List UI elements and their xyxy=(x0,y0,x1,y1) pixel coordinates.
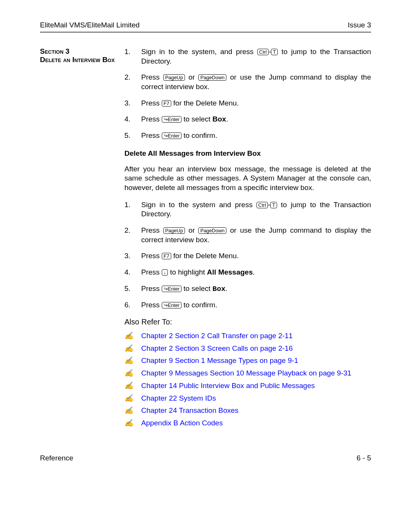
step-text: Press ↵Enter to select Box. xyxy=(141,284,371,294)
key-pagedown: PageDown xyxy=(198,227,226,234)
step-text: Press ↵Enter to confirm. xyxy=(141,131,371,141)
references-list: ✍Chapter 2 Section 2 Call Transfer on pa… xyxy=(124,331,371,428)
step-number: 3. xyxy=(124,251,141,261)
key-t: T xyxy=(270,202,277,208)
list-item: 5. Press ↵Enter to confirm. xyxy=(124,131,371,141)
section-number: Section 3 xyxy=(40,47,124,56)
list-item: 4. Press ↵Enter to select Box. xyxy=(124,115,371,124)
list-item: 3. Press F7 for the Delete Menu. xyxy=(124,99,371,108)
step-number: 5. xyxy=(124,284,141,294)
pencil-icon: ✍ xyxy=(124,381,141,391)
content-column: 1. Sign in to the system, and press Ctrl… xyxy=(124,47,371,431)
list-item: 2. Press PageUp or PageDown or use the J… xyxy=(124,73,371,91)
key-f7: F7 xyxy=(162,100,171,107)
reference-link[interactable]: Chapter 2 Section 3 Screen Calls on page… xyxy=(141,344,293,353)
pencil-icon: ✍ xyxy=(124,344,141,353)
page-header: EliteMail VMS/EliteMail Limited Issue 3 xyxy=(40,21,371,33)
list-item: 1. Sign in to the system, and press Ctrl… xyxy=(124,47,371,66)
pencil-icon: ✍ xyxy=(124,356,141,366)
step-number: 6. xyxy=(124,300,141,310)
page-footer: Reference 6 - 5 xyxy=(40,454,371,462)
key-pagedown: PageDown xyxy=(198,74,226,81)
step-text: Press PageUp or PageDown or use the Jump… xyxy=(141,73,371,91)
reference-item: ✍Chapter 14 Public Interview Box and Pub… xyxy=(124,381,371,391)
list-item: 3. Press F7 for the Delete Menu. xyxy=(124,251,371,261)
step-number: 5. xyxy=(124,131,141,141)
list-item: 5. Press ↵Enter to select Box. xyxy=(124,284,371,294)
step-text: Press F7 for the Delete Menu. xyxy=(141,251,371,261)
footer-right: 6 - 5 xyxy=(357,454,371,462)
step-number: 1. xyxy=(124,200,141,219)
step-text: Press F7 for the Delete Menu. xyxy=(141,99,371,108)
key-enter: ↵Enter xyxy=(162,302,182,308)
steps-list-2: 1. Sign in to the system and press Ctrl-… xyxy=(124,200,371,310)
step-number: 4. xyxy=(124,268,141,277)
key-down: ↓ xyxy=(162,269,168,276)
reference-link[interactable]: Chapter 2 Section 2 Call Transfer on pag… xyxy=(141,331,293,341)
step-text: Press PageUp or PageDown or use the Jump… xyxy=(141,226,371,244)
page: EliteMail VMS/EliteMail Limited Issue 3 … xyxy=(0,0,411,481)
key-t: T xyxy=(271,49,278,55)
step-text: Press ↓ to highlight All Messages. xyxy=(141,268,371,277)
pencil-icon: ✍ xyxy=(124,394,141,403)
step-text: Press ↵Enter to confirm. xyxy=(141,300,371,310)
reference-link[interactable]: Chapter 9 Section 1 Message Types on pag… xyxy=(141,356,298,366)
step-number: 1. xyxy=(124,47,141,66)
steps-list-1: 1. Sign in to the system, and press Ctrl… xyxy=(124,47,371,141)
paragraph: After you hear an interview box message,… xyxy=(124,165,371,193)
pencil-icon: ✍ xyxy=(124,419,141,428)
reference-link[interactable]: Chapter 22 System IDs xyxy=(141,394,216,403)
list-item: 2. Press PageUp or PageDown or use the J… xyxy=(124,226,371,244)
subheading: Delete All Messages from Interview Box xyxy=(124,149,371,158)
reference-item: ✍Chapter 22 System IDs xyxy=(124,394,371,403)
section-title: Delete an Interview Box xyxy=(40,56,124,64)
step-number: 2. xyxy=(124,73,141,91)
reference-item: ✍Chapter 2 Section 2 Call Transfer on pa… xyxy=(124,331,371,341)
reference-item: ✍Chapter 2 Section 3 Screen Calls on pag… xyxy=(124,344,371,353)
key-enter: ↵Enter xyxy=(162,286,182,292)
pencil-icon: ✍ xyxy=(124,331,141,341)
step-number: 4. xyxy=(124,115,141,124)
main-columns: Section 3 Delete an Interview Box 1. Sig… xyxy=(40,47,371,431)
reference-link[interactable]: Appendix B Action Codes xyxy=(141,419,223,428)
step-number: 2. xyxy=(124,226,141,244)
list-item: 6. Press ↵Enter to confirm. xyxy=(124,300,371,310)
key-ctrl: Ctrl xyxy=(257,49,269,55)
section-heading: Section 3 Delete an Interview Box xyxy=(40,47,124,64)
list-item: 4. Press ↓ to highlight All Messages. xyxy=(124,268,371,277)
pencil-icon: ✍ xyxy=(124,406,141,415)
reference-item: ✍Chapter 9 Messages Section 10 Message P… xyxy=(124,369,371,378)
step-text: Sign in to the system, and press Ctrl-T … xyxy=(141,47,371,66)
footer-left: Reference xyxy=(40,454,73,462)
step-text: Press ↵Enter to select Box. xyxy=(141,115,371,124)
key-f7: F7 xyxy=(162,253,171,259)
key-pageup: PageUp xyxy=(163,227,185,234)
step-number: 3. xyxy=(124,99,141,108)
key-enter: ↵Enter xyxy=(162,116,182,123)
list-item: 1. Sign in to the system and press Ctrl-… xyxy=(124,200,371,219)
step-text: Sign in to the system and press Ctrl-T t… xyxy=(141,200,371,219)
reference-link[interactable]: Chapter 24 Transaction Boxes xyxy=(141,406,239,415)
reference-item: ✍Chapter 24 Transaction Boxes xyxy=(124,406,371,415)
pencil-icon: ✍ xyxy=(124,369,141,378)
also-refer-heading: Also Refer To: xyxy=(124,317,371,327)
key-enter: ↵Enter xyxy=(162,133,182,139)
key-pageup: PageUp xyxy=(163,74,185,81)
reference-item: ✍Chapter 9 Section 1 Message Types on pa… xyxy=(124,356,371,366)
reference-item: ✍Appendix B Action Codes xyxy=(124,419,371,428)
header-left: EliteMail VMS/EliteMail Limited xyxy=(40,21,140,29)
header-right: Issue 3 xyxy=(348,21,371,29)
reference-link[interactable]: Chapter 14 Public Interview Box and Publ… xyxy=(141,381,315,391)
reference-link[interactable]: Chapter 9 Messages Section 10 Message Pl… xyxy=(141,369,351,378)
key-ctrl: Ctrl xyxy=(256,202,268,208)
